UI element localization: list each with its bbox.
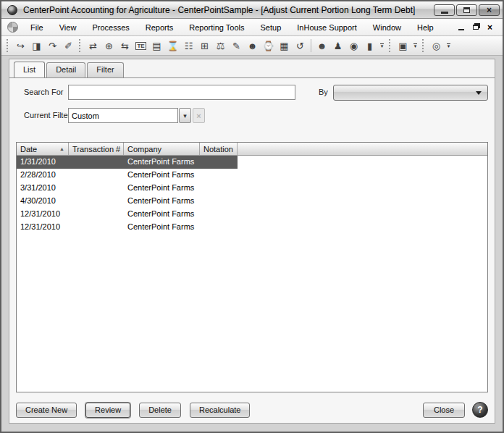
coins-icon[interactable]: ◉ (346, 38, 361, 53)
restore-icon (463, 7, 470, 13)
table-row[interactable]: 4/30/2010 CenterPoint Farms (17, 195, 487, 208)
toolbar-grip[interactable] (7, 39, 10, 52)
cell-date: 2/28/2010 (17, 169, 69, 182)
document-search-icon[interactable]: ▤ (149, 38, 164, 53)
clock-report-icon[interactable]: ⌚ (261, 38, 276, 53)
title-bar: CenterPoint Accounting for Agriculture -… (1, 1, 503, 19)
tab-list[interactable]: List (14, 62, 45, 77)
menu-processes[interactable]: Processes (84, 21, 137, 34)
review-button[interactable]: Review (85, 403, 130, 418)
restore-button[interactable] (456, 4, 477, 16)
client-area: List Detail Filter Search For By Current… (9, 59, 495, 424)
te-document-icon[interactable]: TE (133, 38, 148, 53)
toolbar-overflow-icon[interactable]: ▾ (445, 39, 453, 52)
form-window-icon[interactable]: ▣ (395, 38, 411, 53)
wand-icon[interactable]: ✐ (61, 38, 76, 53)
user-blocks-icon[interactable]: ♟ (330, 38, 345, 53)
menu-setup[interactable]: Setup (253, 21, 290, 34)
toolbar-overflow-icon[interactable]: ▾ (378, 39, 386, 52)
mdi-child-icon[interactable] (7, 22, 18, 33)
menu-view[interactable]: View (51, 21, 85, 34)
folder-sync-icon[interactable]: ↺ (293, 38, 308, 53)
table-grid-icon[interactable]: ▦ (277, 38, 292, 53)
question-mark-icon: ? (477, 405, 482, 415)
search-input[interactable] (68, 85, 295, 100)
toolbar-separator (311, 39, 311, 52)
chevron-down-icon (476, 91, 482, 95)
tab-filter[interactable]: Filter (87, 62, 123, 77)
current-filter-label: Current Filter (24, 111, 70, 119)
table-row[interactable]: 12/31/2010 CenterPoint Farms (17, 208, 487, 221)
menu-help[interactable]: Help (409, 21, 442, 34)
cell-date: 3/31/2010 (17, 182, 69, 195)
cell-notation (200, 221, 238, 234)
toolbar-overflow-icon[interactable]: ▾ (411, 39, 419, 52)
cell-notation (200, 156, 238, 169)
cell-company: CenterPoint Farms (124, 182, 200, 195)
user-dollar-icon[interactable]: ☻ (314, 38, 329, 53)
filter-clear-button[interactable]: × (193, 108, 205, 123)
menu-reports[interactable]: Reports (138, 21, 182, 34)
cell-notation (200, 195, 238, 208)
cell-notation (200, 169, 238, 182)
current-filter-value[interactable] (68, 108, 178, 123)
transactions-grid: Date ▲ Transaction # Company Notation 1/… (16, 142, 488, 392)
exit-door-icon[interactable]: ◨ (29, 38, 44, 53)
grid-header: Date ▲ Transaction # Company Notation (17, 143, 487, 156)
cell-notation (200, 182, 238, 195)
cell-date: 12/31/2010 (17, 221, 69, 234)
folder-redo-icon[interactable]: ↷ (45, 38, 60, 53)
globe-sync-icon[interactable]: ⊕ (101, 38, 117, 53)
document-history-icon[interactable]: ⌛ (165, 38, 180, 53)
cell-transaction (69, 182, 124, 195)
filter-dropdown-button[interactable]: ▾ (179, 108, 191, 123)
column-header-company[interactable]: Company (124, 143, 200, 155)
transfer-arrows-icon[interactable]: ⇄ (85, 38, 101, 53)
app-icon (7, 5, 17, 15)
column-header-notation[interactable]: Notation (200, 143, 238, 155)
close-button[interactable]: × (479, 4, 500, 16)
create-new-button[interactable]: Create New (16, 403, 77, 418)
cell-company: CenterPoint Farms (124, 156, 200, 169)
table-row[interactable]: 1/31/2010 CenterPoint Farms (17, 156, 487, 169)
table-row[interactable]: 3/31/2010 CenterPoint Farms (17, 182, 487, 195)
tab-strip: List Detail Filter (14, 62, 125, 77)
swap-arrows-icon[interactable]: ⇆ (117, 38, 133, 53)
menu-reporting-tools[interactable]: Reporting Tools (181, 21, 252, 34)
help-button[interactable]: ? (472, 402, 488, 418)
open-folder-icon[interactable]: ↪ (13, 38, 28, 53)
calculator-icon[interactable]: ⊞ (197, 38, 212, 53)
mdi-close-icon[interactable]: × (487, 23, 492, 32)
recalculate-button[interactable]: Recalculate (190, 403, 250, 418)
column-header-date[interactable]: Date ▲ (17, 143, 69, 155)
cell-transaction (69, 169, 124, 182)
menu-file[interactable]: File (22, 21, 51, 34)
table-row[interactable]: 2/28/2010 CenterPoint Farms (17, 169, 487, 182)
column-header-transaction[interactable]: Transaction # (69, 143, 124, 155)
cell-transaction (69, 195, 124, 208)
cell-date: 12/31/2010 (17, 208, 69, 221)
search-for-label: Search For (24, 88, 63, 96)
close-form-button[interactable]: Close (423, 403, 465, 418)
delete-button[interactable]: Delete (139, 403, 181, 418)
print-icon[interactable]: ☷ (181, 38, 196, 53)
toolbar-grip[interactable] (79, 39, 83, 52)
toolbar-grip[interactable] (389, 39, 392, 52)
scales-icon[interactable]: ⚖ (213, 38, 228, 53)
minimize-button[interactable] (434, 4, 455, 16)
mdi-minimize-icon[interactable] (458, 29, 464, 30)
edit-pencil-icon[interactable]: ✎ (229, 38, 244, 53)
person-money-icon[interactable]: ☻ (245, 38, 260, 53)
tab-detail[interactable]: Detail (46, 62, 85, 77)
menu-inhouse-support[interactable]: InHouse Support (289, 21, 365, 34)
by-dropdown[interactable] (333, 85, 488, 101)
application-window: CenterPoint Accounting for Agriculture -… (0, 0, 504, 433)
ledger-book-icon[interactable]: ▮ (362, 38, 377, 53)
toolbar-grip[interactable] (422, 39, 426, 52)
cell-company: CenterPoint Farms (124, 208, 200, 221)
globe-computer-icon[interactable]: ◎ (429, 38, 444, 53)
table-row[interactable]: 12/31/2010 CenterPoint Farms (17, 221, 487, 234)
menu-window[interactable]: Window (365, 21, 409, 34)
close-icon: × (487, 6, 492, 14)
mdi-restore-icon[interactable] (473, 25, 479, 30)
